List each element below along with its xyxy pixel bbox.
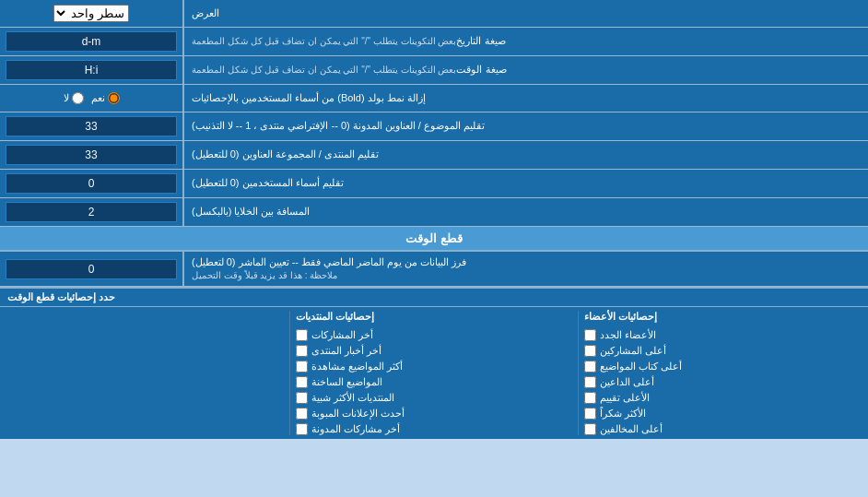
topic-header-input[interactable]: 33 <box>6 116 177 136</box>
topic-header-label: تقليم الموضوع / العناوين المدونة (0 -- ا… <box>184 112 868 140</box>
radio-yes-label: نعم <box>91 92 120 104</box>
time-format-input-container: H:i <box>0 56 184 84</box>
cutoff-section-header: قطع الوقت <box>0 227 868 252</box>
checkbox-latest-ads-input[interactable] <box>296 408 308 420</box>
time-format-label: صيغة الوقت بعض التكوينات يتطلب "/" التي … <box>184 56 868 84</box>
date-format-sublabel: بعض التكوينات يتطلب "/" التي يمكن ان تضا… <box>192 35 456 48</box>
forum-header-input-container: 33 <box>0 141 184 169</box>
stats-title-row: حدد إحصائيات قطع الوقت <box>0 289 868 307</box>
time-format-sublabel: بعض التكوينات يتطلب "/" التي يمكن ان تضا… <box>192 64 456 77</box>
checkbox-most-viewed-input[interactable] <box>296 361 308 373</box>
bold-remove-radio-group: نعم لا <box>64 92 120 104</box>
date-format-label: صيغة التاريخ بعض التكوينات يتطلب "/" الت… <box>184 28 868 55</box>
members-stats-col: إحصائيات الأعضاء الأعضاء الجدد أعلى المش… <box>584 311 861 435</box>
checkbox-top-subscribed-input[interactable] <box>584 423 596 435</box>
time-format-title: صيغة الوقت <box>456 63 506 77</box>
checkbox-top-book-writers-input[interactable] <box>584 361 596 373</box>
topic-header-row: تقليم الموضوع / العناوين المدونة (0 -- ا… <box>0 112 868 141</box>
checkbox-last-forum-news-input[interactable] <box>296 345 308 357</box>
checkbox-top-book-writers: أعلى كتاب المواضيع <box>584 361 682 373</box>
checkbox-last-noted-posts: أخر مشاركات المدونة <box>296 423 400 435</box>
cell-spacing-row: المسافة بين الخلايا (بالبكسل) 2 <box>0 198 868 227</box>
forum-header-label: تقليم المنتدى / المجموعة العناوين (0 للت… <box>184 141 868 169</box>
col-divider-2 <box>289 311 290 435</box>
cell-spacing-title: المسافة بين الخلايا (بالبكسل) <box>192 205 311 219</box>
cell-spacing-input[interactable]: 2 <box>6 202 177 222</box>
date-format-input[interactable]: d-m <box>6 31 177 52</box>
bold-remove-row: إزالة نمط بولد (Bold) من أسماء المستخدمي… <box>0 85 868 112</box>
header-dropdown-container: سطر واحدسطرينثلاثة أسطر <box>0 0 184 27</box>
forum-header-input[interactable]: 33 <box>6 145 177 165</box>
checkbox-top-posters: أعلى المشاركين <box>584 345 666 357</box>
checkbox-most-thanked-input[interactable] <box>584 408 596 420</box>
checkbox-latest-ads: أحدث الإعلانات المبوبة <box>296 408 405 420</box>
checkbox-top-similar-forums-input[interactable] <box>296 392 308 404</box>
display-mode-select[interactable]: سطر واحدسطرينثلاثة أسطر <box>53 5 129 22</box>
bold-remove-title: إزالة نمط بولد (Bold) من أسماء المستخدمي… <box>192 91 426 105</box>
checkbox-last-posts: أخر المشاركات <box>296 329 373 341</box>
stats-section: حدد إحصائيات قطع الوقت إحصائيات الأعضاء … <box>0 287 868 439</box>
checkbox-new-members-input[interactable] <box>584 329 596 341</box>
username-trim-label: تقليم أسماء المستخدمين (0 للتعطيل) <box>184 170 868 197</box>
username-trim-title: تقليم أسماء المستخدمين (0 للتعطيل) <box>192 176 344 190</box>
forum-header-row: تقليم المنتدى / المجموعة العناوين (0 للت… <box>0 141 868 170</box>
cutoff-sublabel: ملاحظة : هذا قد يزيد قبلاً وقت التحميل <box>192 269 337 282</box>
username-trim-input-container: 0 <box>0 170 184 197</box>
members-stats-title: إحصائيات الأعضاء <box>584 311 657 323</box>
checkbox-new-members: الأعضاء الجدد <box>584 329 656 341</box>
checkbox-top-posters-input[interactable] <box>584 345 596 357</box>
radio-yes[interactable] <box>108 92 120 104</box>
bold-remove-label: إزالة نمط بولد (Bold) من أسماء المستخدمي… <box>184 85 868 112</box>
cutoff-title: فرز البيانات من يوم الماضر الماضي فقط --… <box>192 255 466 269</box>
radio-no[interactable] <box>72 92 84 104</box>
bold-remove-input-container: نعم لا <box>0 85 184 112</box>
header-row: العرض سطر واحدسطرينثلاثة أسطر <box>0 0 868 28</box>
checkbox-top-raters: الأعلى تقييم <box>584 392 650 404</box>
header-label: العرض <box>184 0 868 27</box>
stats-title: حدد إحصائيات قطع الوقت <box>7 291 115 303</box>
checkbox-top-donors: أعلى الداعين <box>584 376 654 388</box>
checkbox-last-posts-input[interactable] <box>296 329 308 341</box>
checkbox-sticky-topics-input[interactable] <box>296 376 308 388</box>
main-container: العرض سطر واحدسطرينثلاثة أسطر صيغة التار… <box>0 0 868 439</box>
username-trim-input[interactable]: 0 <box>6 173 177 194</box>
date-format-row: صيغة التاريخ بعض التكوينات يتطلب "/" الت… <box>0 28 868 56</box>
date-format-title: صيغة التاريخ <box>456 34 505 48</box>
time-format-row: صيغة الوقت بعض التكوينات يتطلب "/" التي … <box>0 56 868 85</box>
username-trim-row: تقليم أسماء المستخدمين (0 للتعطيل) 0 <box>0 170 868 198</box>
forum-stats-col: إحصائيات المنتديات أخر المشاركات أخر أخب… <box>296 311 572 435</box>
forum-header-title: تقليم المنتدى / المجموعة العناوين (0 للت… <box>192 148 379 161</box>
topic-header-input-container: 33 <box>0 112 184 140</box>
checkbox-top-subscribed: أعلى المخالفين <box>584 423 663 435</box>
checkbox-sticky-topics: المواضيع الساخنة <box>296 376 382 388</box>
empty-col <box>7 311 284 435</box>
checkbox-most-viewed: أكثر المواضيع مشاهدة <box>296 361 403 373</box>
radio-no-label: لا <box>64 92 84 104</box>
cutoff-input-container: 0 <box>0 252 184 286</box>
checkbox-top-similar-forums: المنتديات الأكثر شبية <box>296 392 394 404</box>
header-title: العرض <box>192 6 219 20</box>
checkbox-top-raters-input[interactable] <box>584 392 596 404</box>
col-divider-1 <box>578 311 579 435</box>
checkbox-last-forum-news: أخر أخبار المنتدى <box>296 345 381 357</box>
checkboxes-area: إحصائيات الأعضاء الأعضاء الجدد أعلى المش… <box>0 307 868 439</box>
checkbox-most-thanked: الأكثر شكراً <box>584 408 646 420</box>
topic-header-title: تقليم الموضوع / العناوين المدونة (0 -- ا… <box>192 119 485 133</box>
cutoff-label: فرز البيانات من يوم الماضر الماضي فقط --… <box>184 252 868 286</box>
cell-spacing-input-container: 2 <box>0 198 184 226</box>
time-format-input[interactable]: H:i <box>6 60 177 80</box>
checkbox-last-noted-posts-input[interactable] <box>296 423 308 435</box>
cell-spacing-label: المسافة بين الخلايا (بالبكسل) <box>184 198 868 226</box>
date-format-input-container: d-m <box>0 28 184 55</box>
cutoff-row: فرز البيانات من يوم الماضر الماضي فقط --… <box>0 252 868 287</box>
cutoff-input[interactable]: 0 <box>6 259 177 279</box>
checkbox-top-donors-input[interactable] <box>584 376 596 388</box>
forum-stats-title: إحصائيات المنتديات <box>296 311 374 323</box>
